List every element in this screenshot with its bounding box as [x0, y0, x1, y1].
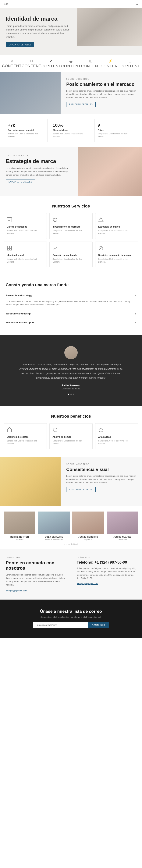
newsletter-submit-button[interactable]: CONTINUAR	[88, 622, 109, 628]
consistency-cta-button[interactable]: EXPLORAR DETALLES	[66, 487, 95, 492]
strategy-description: Lorem ipsum dolor sit amet, consectetuer…	[6, 166, 72, 177]
consistency-text: SOBRE NOSOTROS Consistencia visual Lorem…	[61, 457, 142, 506]
benefit-title-0: Eficiencia de costes	[7, 436, 44, 438]
benefit-desc-0: Sample text. Click to select the Text El…	[7, 439, 44, 445]
team-photo-2	[72, 512, 104, 534]
dot-3[interactable]	[73, 394, 74, 395]
icon-item-0[interactable]: ○ CONTENT	[2, 59, 22, 68]
accordion-header-1[interactable]: Wireframe and design +	[6, 309, 136, 318]
svg-point-9	[101, 221, 101, 221]
svg-rect-13	[10, 248, 11, 250]
services-section: Nuestros Servicios Diseño de logotipo Sa…	[0, 196, 142, 275]
service-card-3: Identidad visual Sample text. Click to s…	[4, 242, 47, 267]
strategy-title: Estrategia de marca	[6, 158, 72, 164]
icon-0: ○	[10, 59, 13, 63]
icon-1: □	[30, 59, 33, 63]
service-card-1: Investigación de mercado Sample text. Cl…	[50, 213, 92, 239]
about-cta-button[interactable]: EXPLORAR DETALLES	[66, 102, 95, 107]
team-name-1: BOLA DE MATTE	[38, 536, 70, 538]
icon-5: ⚡	[108, 59, 113, 63]
avatar-image	[64, 346, 78, 359]
benefit-icon-1	[52, 427, 89, 434]
newsletter-input[interactable]	[33, 622, 88, 628]
benefit-desc-1: Sample text. Click to select the Text El…	[52, 439, 89, 445]
stat-card-1: 100% Clientes felices Sample text. Click…	[50, 119, 92, 142]
services-grid: Diseño de logotipo Sample text. Click to…	[4, 213, 138, 267]
team-name-0: BERTIE NORTON	[4, 536, 35, 538]
services-title: Nuestros Servicios	[4, 204, 138, 209]
team-card-1: BOLA DE MATTE Valencia de licitación	[38, 512, 70, 540]
accordion-plus-icon-1: +	[135, 312, 136, 315]
benefit-icon-0	[7, 427, 44, 434]
icon-3: ◎	[69, 59, 73, 63]
icons-row: ○ CONTENT □ CONTENT ✓ CONTENT ◎ CONTENT …	[0, 55, 142, 72]
icon-label-6: CONTENT	[120, 64, 140, 68]
svg-point-14	[56, 247, 57, 247]
benefit-icon-2	[98, 427, 135, 434]
team-role-1: Valencia de licitación	[38, 538, 70, 540]
accordion-header-0[interactable]: Research and strategy −	[6, 291, 136, 300]
accordion-item-2: Maintenance and support +	[6, 318, 136, 327]
about-description: Lorem ipsum dolor sit amet, consectetuer…	[66, 89, 136, 99]
consistency-image-placeholder	[0, 457, 61, 506]
team-section: BERTIE NORTON Secretario BOLA DE MATTE V…	[0, 506, 142, 549]
team-photo-0	[4, 512, 35, 534]
service-icon-3	[7, 246, 44, 252]
dot-1[interactable]	[68, 394, 69, 395]
logo: logo	[4, 3, 8, 5]
service-desc-3: Sample text. Click to select the Text El…	[7, 258, 44, 264]
accordion-header-2[interactable]: Maintenance and support +	[6, 318, 136, 327]
stat-title-2: Paises	[97, 129, 134, 131]
icon-item-3[interactable]: ◎ CONTENT	[61, 59, 81, 68]
contact-left: CONTACTOS Ponte en contacto con nosotros…	[0, 549, 71, 600]
icon-4: ⊞	[89, 59, 92, 63]
stat-desc-0: Sample text. Click to select the Text El…	[8, 132, 45, 138]
service-icon-0	[7, 217, 44, 224]
icon-item-5[interactable]: ⚡ CONTENT	[101, 59, 120, 68]
team-caption: Imagen de Stock	[4, 543, 138, 547]
icon-6: ⊟	[129, 59, 132, 63]
stat-desc-2: Sample text. Click to select the Text El…	[97, 132, 134, 138]
team-photo-inner-1	[38, 512, 70, 534]
strategy-image	[78, 147, 142, 196]
consistency-description: Lorem ipsum dolor sit amet, consectetuer…	[66, 474, 136, 485]
accordion-body-0: Lorem ipsum dolor sit amet, consectetuer…	[6, 300, 136, 309]
benefit-desc-2: Sample text. Click to select the Text El…	[98, 439, 135, 445]
strategy-image-placeholder	[78, 147, 142, 196]
stat-number-1: 100%	[53, 123, 89, 128]
icon-item-6[interactable]: ⊟ CONTENT	[120, 59, 140, 68]
team-grid: BERTIE NORTON Secretario BOLA DE MATTE V…	[4, 512, 138, 540]
accordion-title-2: Maintenance and support	[6, 321, 35, 324]
icon-item-1[interactable]: □ CONTENT	[22, 59, 41, 68]
benefit-title-2: Alta calidad	[98, 436, 135, 438]
service-title-5: Servicios de cambio de marca	[98, 254, 135, 256]
icon-item-4[interactable]: ⊞ CONTENT	[81, 59, 101, 68]
icon-item-2[interactable]: ✓ CONTENT	[41, 59, 61, 68]
about-image-placeholder	[0, 72, 61, 114]
hero-cta-button[interactable]: EXPLORAR DETALLES	[6, 42, 34, 47]
brand-building-title: Construyendo una marca fuerte	[6, 282, 136, 287]
strategy-section: LO QUE HACEMOS Estrategia de marca Lorem…	[0, 147, 142, 196]
svg-point-15	[99, 246, 103, 250]
service-desc-4: Sample text. Click to select the Text El…	[52, 258, 89, 264]
service-icon-4	[52, 246, 89, 252]
hamburger-icon[interactable]: ≡	[136, 2, 138, 6]
contact-title: Ponte en contacto con nosotros	[6, 560, 65, 571]
team-role-2: Arquitecta	[72, 538, 104, 540]
call-email-link[interactable]: ejemplo@ejemplo.com	[77, 582, 98, 585]
stat-number-2: 9	[97, 123, 134, 128]
testimonial-section: "Lorem ipsum dolor sit amet, consectetue…	[0, 335, 142, 406]
contact-right: LLÁMANOS Teléfono: +1 (324) 987-56-00 El…	[71, 549, 142, 600]
dot-2[interactable]	[70, 394, 72, 395]
svg-marker-18	[98, 428, 103, 432]
strategy-cta-button[interactable]: EXPLORAR DETALLES	[6, 179, 35, 184]
team-name-3: JENNIE CLARKE	[107, 536, 138, 538]
icon-label-3: CONTENT	[61, 64, 81, 68]
accordion-plus-icon-2: +	[135, 321, 136, 324]
about-title: Posicionamiento en el mercado	[66, 82, 136, 87]
service-title-4: Creación de contenido	[52, 254, 89, 256]
contact-email-link[interactable]: ejemplo@ejemplo.com	[6, 590, 27, 592]
benefits-grid: Eficiencia de costes Sample text. Click …	[4, 423, 138, 449]
accordion-minus-icon-0: −	[135, 294, 136, 297]
stat-title-0: Proyectos a nivel mundial	[8, 129, 45, 131]
